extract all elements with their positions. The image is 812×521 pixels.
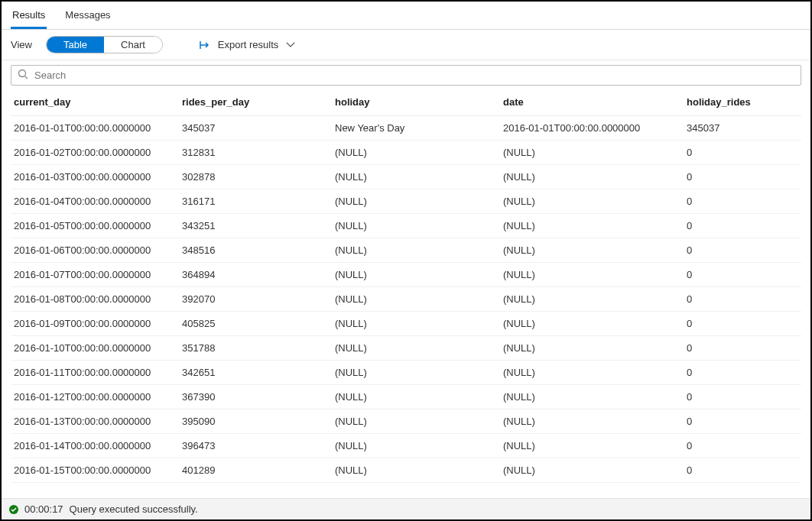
table-row[interactable]: 2016-01-05T00:00:00.0000000343251(NULL)(… — [11, 214, 801, 238]
results-grid: current_day rides_per_day holiday date h… — [2, 89, 810, 498]
cell-holiday: (NULL) — [335, 244, 503, 256]
svg-point-0 — [19, 70, 26, 77]
cell-date: (NULL) — [503, 464, 687, 476]
cell-holiday: (NULL) — [335, 318, 503, 329]
column-header-holiday[interactable]: holiday — [335, 96, 503, 108]
cell-holiday: (NULL) — [335, 367, 503, 378]
cell-current-day: 2016-01-07T00:00:00.0000000 — [14, 269, 182, 280]
view-label: View — [11, 39, 32, 50]
chevron-down-icon — [286, 39, 295, 50]
cell-date: (NULL) — [503, 391, 687, 403]
table-row[interactable]: 2016-01-03T00:00:00.0000000302878(NULL)(… — [11, 165, 801, 189]
cell-holiday-rides: 0 — [687, 220, 794, 231]
cell-rides-per-day: 405825 — [182, 318, 335, 329]
success-icon — [9, 505, 18, 514]
cell-date: (NULL) — [503, 440, 687, 451]
cell-current-day: 2016-01-04T00:00:00.0000000 — [14, 196, 182, 207]
cell-holiday: (NULL) — [335, 342, 503, 354]
view-table-button[interactable]: Table — [47, 37, 104, 53]
cell-rides-per-day: 342651 — [182, 367, 335, 378]
export-label: Export results — [218, 39, 278, 50]
cell-holiday-rides: 345037 — [687, 122, 794, 134]
cell-holiday: (NULL) — [335, 464, 503, 476]
cell-holiday: (NULL) — [335, 147, 503, 158]
table-row[interactable]: 2016-01-06T00:00:00.0000000348516(NULL)(… — [11, 238, 801, 263]
tab-messages[interactable]: Messages — [63, 6, 112, 29]
cell-holiday-rides: 0 — [687, 244, 794, 256]
cell-current-day: 2016-01-02T00:00:00.0000000 — [14, 147, 182, 158]
cell-holiday: (NULL) — [335, 269, 503, 280]
grid-header-row: current_day rides_per_day holiday date h… — [11, 89, 801, 116]
cell-date: (NULL) — [503, 269, 687, 280]
cell-rides-per-day: 302878 — [182, 171, 335, 183]
cell-date: (NULL) — [503, 196, 687, 207]
cell-date: (NULL) — [503, 147, 687, 158]
cell-current-day: 2016-01-09T00:00:00.0000000 — [14, 318, 182, 329]
cell-date: (NULL) — [503, 244, 687, 256]
cell-date: (NULL) — [503, 293, 687, 305]
toolbar: View Table Chart Export results — [2, 30, 810, 60]
cell-holiday-rides: 0 — [687, 147, 794, 158]
cell-date: (NULL) — [503, 220, 687, 231]
cell-rides-per-day: 364894 — [182, 269, 335, 280]
cell-current-day: 2016-01-08T00:00:00.0000000 — [14, 293, 182, 305]
table-row[interactable]: 2016-01-07T00:00:00.0000000364894(NULL)(… — [11, 263, 801, 287]
table-row[interactable]: 2016-01-02T00:00:00.0000000312831(NULL)(… — [11, 141, 801, 165]
cell-current-day: 2016-01-12T00:00:00.0000000 — [14, 391, 182, 403]
table-row[interactable]: 2016-01-08T00:00:00.0000000392070(NULL)(… — [11, 287, 801, 312]
cell-holiday: (NULL) — [335, 220, 503, 231]
cell-date: (NULL) — [503, 318, 687, 329]
search-box[interactable] — [11, 65, 801, 86]
cell-date: (NULL) — [503, 171, 687, 183]
svg-line-1 — [25, 76, 28, 79]
column-header-current-day[interactable]: current_day — [14, 96, 182, 108]
table-row[interactable]: 2016-01-15T00:00:00.0000000401289(NULL)(… — [11, 458, 801, 483]
cell-date: (NULL) — [503, 416, 687, 427]
cell-holiday: New Year's Day — [335, 122, 503, 134]
cell-rides-per-day: 345037 — [182, 122, 335, 134]
cell-rides-per-day: 367390 — [182, 391, 335, 403]
export-results-button[interactable]: Export results — [200, 39, 295, 50]
cell-holiday: (NULL) — [335, 416, 503, 427]
cell-holiday: (NULL) — [335, 293, 503, 305]
table-row[interactable]: 2016-01-01T00:00:00.0000000345037New Yea… — [11, 116, 801, 141]
table-row[interactable]: 2016-01-14T00:00:00.0000000396473(NULL)(… — [11, 434, 801, 458]
cell-rides-per-day: 343251 — [182, 220, 335, 231]
cell-current-day: 2016-01-05T00:00:00.0000000 — [14, 220, 182, 231]
column-header-holiday-rides[interactable]: holiday_rides — [687, 96, 794, 108]
column-header-date[interactable]: date — [503, 96, 687, 108]
cell-rides-per-day: 316171 — [182, 196, 335, 207]
cell-current-day: 2016-01-14T00:00:00.0000000 — [14, 440, 182, 451]
view-toggle: Table Chart — [46, 36, 163, 53]
cell-current-day: 2016-01-13T00:00:00.0000000 — [14, 416, 182, 427]
cell-holiday-rides: 0 — [687, 318, 794, 329]
table-row[interactable]: 2016-01-09T00:00:00.0000000405825(NULL)(… — [11, 312, 801, 336]
grid-body[interactable]: 2016-01-01T00:00:00.0000000345037New Yea… — [11, 116, 801, 496]
cell-holiday-rides: 0 — [687, 464, 794, 476]
status-message: Query executed successfully. — [70, 503, 198, 515]
cell-holiday: (NULL) — [335, 171, 503, 183]
cell-holiday-rides: 0 — [687, 391, 794, 403]
table-row[interactable]: 2016-01-10T00:00:00.0000000351788(NULL)(… — [11, 336, 801, 361]
cell-current-day: 2016-01-10T00:00:00.0000000 — [14, 342, 182, 354]
search-input[interactable] — [34, 70, 794, 81]
cell-current-day: 2016-01-03T00:00:00.0000000 — [14, 171, 182, 183]
cell-holiday: (NULL) — [335, 391, 503, 403]
column-header-rides-per-day[interactable]: rides_per_day — [182, 96, 335, 108]
cell-rides-per-day: 312831 — [182, 147, 335, 158]
cell-holiday-rides: 0 — [687, 171, 794, 183]
status-bar: 00:00:17 Query executed successfully. — [2, 498, 810, 519]
cell-current-day: 2016-01-06T00:00:00.0000000 — [14, 244, 182, 256]
view-chart-button[interactable]: Chart — [104, 37, 162, 53]
table-row[interactable]: 2016-01-12T00:00:00.0000000367390(NULL)(… — [11, 385, 801, 409]
cell-rides-per-day: 351788 — [182, 342, 335, 354]
cell-rides-per-day: 401289 — [182, 464, 335, 476]
cell-holiday: (NULL) — [335, 196, 503, 207]
table-row[interactable]: 2016-01-04T00:00:00.0000000316171(NULL)(… — [11, 189, 801, 214]
table-row[interactable]: 2016-01-11T00:00:00.0000000342651(NULL)(… — [11, 361, 801, 385]
cell-current-day: 2016-01-15T00:00:00.0000000 — [14, 464, 182, 476]
tab-results[interactable]: Results — [11, 6, 47, 29]
table-row[interactable]: 2016-01-13T00:00:00.0000000395090(NULL)(… — [11, 409, 801, 434]
tab-bar: Results Messages — [2, 2, 810, 30]
cell-rides-per-day: 395090 — [182, 416, 335, 427]
